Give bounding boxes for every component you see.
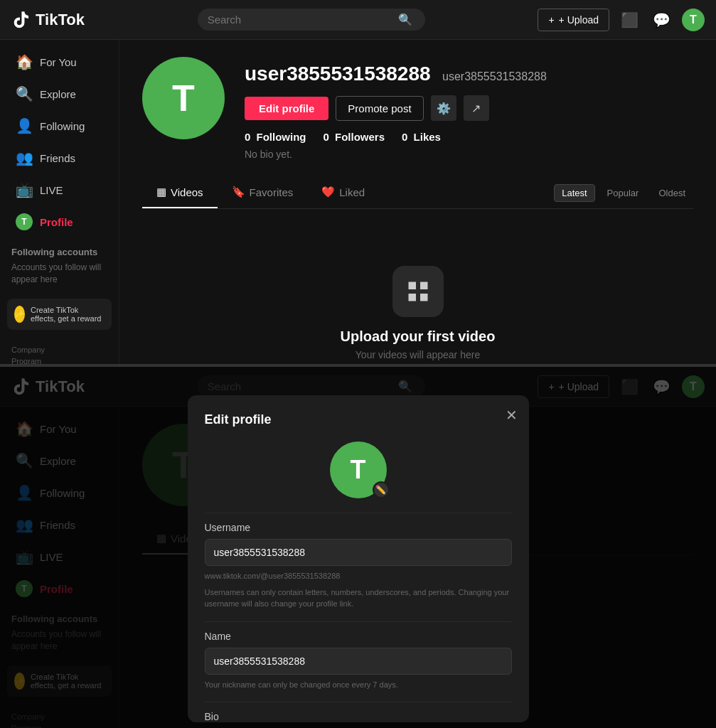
explore-icon: 🔍 — [16, 85, 33, 102]
sidebar-item-label: LIVE — [40, 184, 63, 196]
modal-avatar-wrapper: T ✏️ — [330, 441, 387, 498]
username-url-hint: www.tiktok.com/@user3855531538288 — [205, 570, 512, 582]
promo-text: Create TikTok effects, get a reward — [31, 306, 105, 323]
upload-icon-box — [392, 266, 444, 317]
tab-liked[interactable]: ❤️ Liked — [307, 177, 379, 208]
upload-button[interactable]: + + Upload — [538, 9, 609, 31]
profile-actions: Edit profile Promote post ⚙️ ↗ — [245, 95, 693, 121]
sidebar-item-explore[interactable]: 🔍 Explore — [4, 78, 114, 109]
sort-buttons: Latest Popular Oldest — [554, 184, 693, 202]
edit-profile-button[interactable]: Edit profile — [245, 97, 328, 120]
user-avatar[interactable]: T — [682, 9, 705, 31]
form-divider-1 — [205, 513, 512, 513]
sidebar-item-friends[interactable]: 👥 Friends — [4, 142, 114, 173]
profile-info: user3855531538288 user3855531538288 Edit… — [245, 57, 693, 160]
sort-oldest-button[interactable]: Oldest — [651, 184, 693, 202]
liked-icon: ❤️ — [321, 186, 335, 198]
modal-avatar-section: T ✏️ — [205, 441, 512, 498]
likes-stat: 0 Likes — [402, 131, 444, 143]
likes-count: 0 — [402, 131, 407, 143]
tab-videos-label: Videos — [171, 186, 203, 198]
sidebar: 🏠 For You 🔍 Explore 👤 Following 👥 Friend… — [0, 40, 119, 364]
header-right: + + Upload ⬛ 💬 T — [538, 9, 705, 31]
followers-count: 0 — [324, 131, 329, 143]
edit-profile-modal: Edit profile ✕ T ✏️ Username www.tiktok.… — [188, 395, 529, 722]
following-stat: 0 Following — [245, 131, 309, 143]
profile-handle: user3855531538288 — [442, 70, 547, 82]
tab-videos[interactable]: ▦ Videos — [142, 177, 218, 208]
search-icon: 🔍 — [398, 13, 412, 26]
live-icon: 📺 — [16, 181, 33, 198]
profile-avatar: T — [142, 57, 225, 139]
empty-state-subtitle: Your videos will appear here — [356, 349, 480, 360]
name-input[interactable] — [205, 648, 512, 675]
friends-icon: 👥 — [16, 149, 33, 166]
tab-favorites[interactable]: 🔖 Favorites — [218, 177, 308, 208]
sidebar-item-label: Following — [40, 120, 85, 132]
modal-overlay: Edit profile ✕ T ✏️ Username www.tiktok.… — [0, 367, 716, 728]
sidebar-item-label: Profile — [40, 216, 73, 228]
tab-favorites-label: Favorites — [250, 186, 294, 198]
footer-program[interactable]: Program — [11, 357, 107, 364]
share-icon-button[interactable]: ↗ — [464, 95, 489, 121]
likes-label: Likes — [414, 131, 441, 143]
modal-close-button[interactable]: ✕ — [506, 407, 518, 424]
followers-stat: 0 Followers — [324, 131, 388, 143]
settings-icon-button[interactable]: ⚙️ — [431, 95, 456, 121]
name-field-group: Name Your nickname can only be changed o… — [205, 631, 512, 691]
username-field-group: Username www.tiktok.com/@user38555315382… — [205, 522, 512, 610]
logo-text: TikTok — [36, 11, 85, 29]
grid-upload-icon — [405, 279, 431, 304]
sidebar-item-live[interactable]: 📺 LIVE — [4, 174, 114, 205]
upload-plus-icon: + — [548, 14, 554, 26]
profile-bio: No bio yet. — [245, 149, 693, 160]
username-label: Username — [205, 522, 512, 533]
modal-title: Edit profile — [205, 412, 512, 427]
username-hint: Usernames can only contain letters, numb… — [205, 587, 512, 610]
profile-stats: 0 Following 0 Followers 0 Likes — [245, 131, 693, 143]
upload-label: + Upload — [559, 14, 599, 26]
edit-avatar-button[interactable]: ✏️ — [373, 481, 390, 498]
sidebar-item-profile[interactable]: T Profile — [4, 206, 114, 237]
tab-liked-label: Liked — [339, 186, 365, 198]
promo-banner[interactable]: ✨ Create TikTok effects, get a reward — [7, 299, 112, 330]
following-accounts-text: Accounts you follow will appear here — [0, 260, 119, 291]
favorites-icon: 🔖 — [232, 186, 245, 198]
sidebar-item-for-you[interactable]: 🏠 For You — [4, 46, 114, 77]
bio-label: Bio — [205, 711, 512, 722]
following-count: 0 — [245, 131, 250, 143]
bio-field-group: Bio 0/80 — [205, 711, 512, 722]
main-content: T user3855531538288 user3855531538288 Ed… — [119, 40, 716, 364]
promote-post-button[interactable]: Promote post — [336, 96, 423, 121]
empty-state: Upload your first video Your videos will… — [142, 223, 693, 364]
name-label: Name — [205, 631, 512, 642]
content-tabs: ▦ Videos 🔖 Favorites ❤️ Liked Latest Pop… — [142, 177, 693, 209]
messages-icon-button[interactable]: 💬 — [650, 9, 673, 31]
sort-popular-button[interactable]: Popular — [599, 184, 647, 202]
sidebar-item-label: Friends — [40, 152, 75, 164]
tiktok-logo-icon — [11, 10, 31, 30]
profile-username-row: user3855531538288 user3855531538288 — [245, 63, 693, 85]
inbox-icon-button[interactable]: ⬛ — [618, 9, 641, 31]
sort-latest-button[interactable]: Latest — [554, 184, 594, 202]
profile-username: user3855531538288 — [245, 63, 431, 85]
following-icon: 👤 — [16, 117, 33, 134]
search-bar[interactable]: 🔍 — [198, 9, 425, 31]
body: 🏠 For You 🔍 Explore 👤 Following 👥 Friend… — [0, 40, 716, 364]
logo: TikTok — [11, 10, 85, 30]
search-input[interactable] — [208, 14, 392, 26]
sidebar-item-label: For You — [40, 56, 77, 68]
following-accounts-section: Following accounts — [0, 238, 119, 260]
username-input[interactable] — [205, 539, 512, 566]
sidebar-footer: Company Program Terms & Policies © 2024 … — [0, 337, 119, 364]
home-icon: 🏠 — [16, 53, 33, 70]
profile-header: T user3855531538288 user3855531538288 Ed… — [142, 57, 693, 160]
videos-icon: ▦ — [156, 186, 166, 198]
profile-avatar-icon: T — [16, 213, 33, 230]
footer-company[interactable]: Company — [11, 346, 107, 354]
following-label: Following — [257, 131, 306, 143]
promo-icon: ✨ — [14, 306, 25, 323]
name-hint: Your nickname can only be changed once e… — [205, 679, 512, 691]
sidebar-item-following[interactable]: 👤 Following — [4, 110, 114, 141]
header: TikTok 🔍 + + Upload ⬛ 💬 T — [0, 0, 716, 40]
